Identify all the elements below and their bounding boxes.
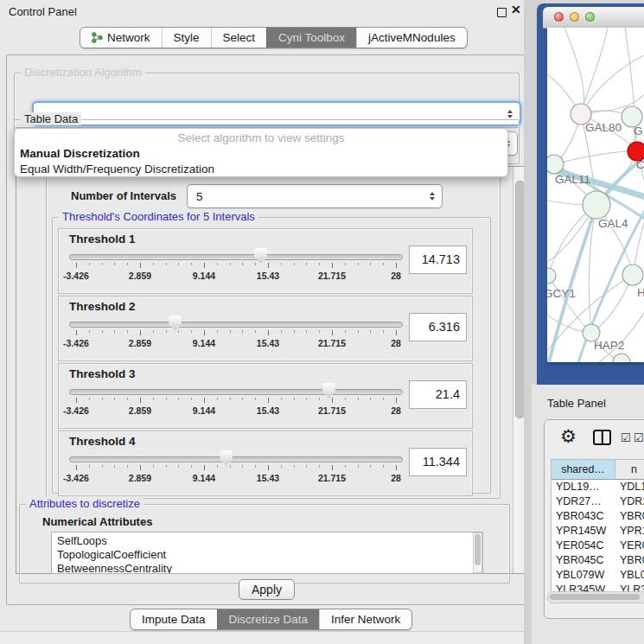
network-node[interactable] bbox=[547, 268, 556, 284]
cell-shared-name: YBR045C bbox=[552, 553, 615, 568]
network-canvas[interactable]: GAL80GGAL11CGAL4GCY1HHAP2 bbox=[547, 28, 644, 362]
tab-infer-network[interactable]: Infer Network bbox=[319, 609, 411, 629]
gear-icon[interactable]: ⚙ bbox=[560, 427, 577, 446]
threshold-slider[interactable]: -3.4262.8599.14415.4321.71528 bbox=[69, 316, 403, 357]
cell-name: YPR1 bbox=[615, 524, 644, 539]
stepper-icon bbox=[507, 110, 513, 118]
column-header[interactable]: shared… bbox=[552, 460, 615, 479]
checkbox-icon[interactable]: ☑ bbox=[634, 431, 644, 444]
tick-mark bbox=[358, 330, 359, 333]
minimize-traffic-light[interactable] bbox=[570, 12, 579, 22]
tab-discretize-data[interactable]: Discretize Data bbox=[217, 609, 320, 629]
tab-label: jActiveMNodules bbox=[368, 31, 456, 44]
attribute-item[interactable]: SelfLoops bbox=[57, 534, 482, 548]
table-horizontal-scrollbar[interactable] bbox=[547, 591, 644, 603]
table-row[interactable]: YBR043CYBR0 bbox=[552, 509, 644, 524]
tick-mark bbox=[191, 330, 192, 333]
tick-mark bbox=[127, 398, 128, 400]
table-row[interactable]: YER054CYER0 bbox=[552, 539, 644, 553]
network-node[interactable] bbox=[613, 354, 630, 362]
tick-mark bbox=[345, 465, 346, 468]
tick-label: 9.144 bbox=[193, 338, 215, 348]
threshold-value-field[interactable]: 6.316 bbox=[409, 313, 467, 341]
tick-label: 21.715 bbox=[318, 473, 346, 483]
tick-mark bbox=[178, 263, 179, 265]
slider-thumb[interactable] bbox=[169, 316, 182, 331]
threshold-panel: Threshold 2-3.4262.8599.14415.4321.71528… bbox=[58, 296, 473, 361]
network-node[interactable] bbox=[547, 155, 564, 174]
tick-mark bbox=[89, 263, 90, 265]
dropdown-item[interactable]: Manual Discretization bbox=[15, 146, 507, 162]
tick-mark bbox=[204, 465, 205, 470]
tick-mark bbox=[306, 330, 307, 333]
node-label: GAL11 bbox=[555, 173, 590, 186]
tick-mark bbox=[153, 263, 154, 265]
tick-label: -3.426 bbox=[63, 338, 89, 348]
tab-select[interactable]: Select bbox=[211, 28, 267, 48]
threshold-slider[interactable]: -3.4262.8599.14415.4321.71528 bbox=[69, 450, 403, 492]
tab-style[interactable]: Style bbox=[162, 28, 211, 48]
tick-mark bbox=[396, 330, 397, 335]
threshold-slider[interactable]: -3.4262.8599.14415.4321.71528 bbox=[69, 248, 403, 290]
node-table: shared…n YDL19…YDL1YDR27…YDR2YBR043CYBR0… bbox=[551, 459, 644, 591]
tick-mark bbox=[140, 330, 141, 335]
slider-thumb[interactable] bbox=[220, 450, 233, 466]
table-row[interactable]: YBR045CYBR0 bbox=[552, 553, 644, 568]
dropdown-item[interactable]: Equal Width/Frequency Discretization bbox=[15, 162, 507, 177]
threshold-value-field[interactable]: 11.344 bbox=[409, 448, 467, 476]
threshold-slider[interactable]: -3.4262.8599.14415.4321.71528 bbox=[69, 383, 403, 424]
float-icon[interactable] bbox=[497, 8, 507, 17]
checkbox-icon[interactable]: ☑ bbox=[621, 431, 631, 444]
network-node[interactable] bbox=[583, 191, 610, 219]
tick-mark bbox=[166, 330, 167, 333]
interval-definition-group: Interval Definition Number of Intervals … bbox=[46, 173, 501, 499]
zoom-traffic-light[interactable] bbox=[585, 12, 595, 22]
scrollbar-thumb[interactable] bbox=[550, 594, 640, 600]
attribute-item[interactable]: BetweennessCentrality bbox=[57, 562, 482, 574]
column-header[interactable]: n bbox=[615, 460, 644, 479]
tick-label: 15.43 bbox=[257, 271, 279, 281]
columns-icon[interactable] bbox=[593, 430, 611, 445]
attribute-item[interactable]: TopologicalCoefficient bbox=[57, 548, 482, 562]
tab-jactivemnodules[interactable]: jActiveMNodules bbox=[356, 28, 467, 48]
dropdown-item[interactable]: Select algorithm to view settings bbox=[15, 131, 507, 146]
tab-cyni-toolbox[interactable]: Cyni Toolbox bbox=[266, 28, 356, 48]
tab-label: Style bbox=[174, 31, 200, 44]
tick-mark bbox=[255, 398, 256, 400]
slider-thumb[interactable] bbox=[322, 383, 335, 399]
tick-mark bbox=[383, 263, 384, 265]
attributes-scrollbar[interactable] bbox=[473, 532, 482, 573]
apply-button[interactable]: Apply bbox=[239, 579, 295, 600]
top-tab-bar: NetworkStyleSelectCyni ToolboxjActiveMNo… bbox=[80, 27, 468, 48]
close-traffic-light[interactable] bbox=[554, 12, 564, 22]
cell-shared-name: YBL079W bbox=[552, 568, 615, 583]
table-row[interactable]: YDR27…YDR2 bbox=[552, 494, 644, 509]
tab-label: Infer Network bbox=[331, 613, 400, 626]
number-of-intervals-combobox[interactable]: 5 bbox=[187, 184, 443, 208]
tab-network[interactable]: Network bbox=[80, 28, 162, 48]
slider-thumb[interactable] bbox=[254, 248, 267, 264]
tick-mark bbox=[166, 465, 167, 468]
tick-mark bbox=[268, 398, 269, 403]
tab-impute-data[interactable]: Impute Data bbox=[131, 609, 217, 629]
tick-mark bbox=[89, 465, 90, 468]
tick-mark bbox=[153, 330, 154, 333]
network-window-titlebar[interactable] bbox=[543, 7, 644, 29]
close-icon[interactable]: ✕ bbox=[511, 3, 521, 16]
cell-shared-name: YBR043C bbox=[552, 509, 615, 524]
threshold-title: Threshold 2 bbox=[69, 300, 136, 313]
tick-mark bbox=[345, 263, 346, 265]
combobox-value: 5 bbox=[196, 190, 203, 203]
table-row[interactable]: YLR345WYLR3 bbox=[552, 583, 644, 591]
tick-mark bbox=[370, 465, 371, 468]
table-row[interactable]: YBL079WYBL0 bbox=[552, 568, 644, 583]
table-row[interactable]: YDL19…YDL1 bbox=[552, 480, 644, 494]
threshold-value-field[interactable]: 21.4 bbox=[409, 380, 467, 409]
threshold-value-field[interactable]: 14.713 bbox=[409, 245, 467, 274]
thresholds-group: Threshold's Coordinates for 5 Intervals … bbox=[52, 217, 491, 494]
table-row[interactable]: YPR145WYPR1 bbox=[552, 524, 644, 539]
slider-tick-zone: -3.4262.8599.14415.4321.71528 bbox=[76, 450, 396, 492]
network-node[interactable] bbox=[622, 265, 643, 285]
node-label: GAL4 bbox=[598, 217, 628, 230]
tick-label: 28 bbox=[391, 473, 401, 483]
